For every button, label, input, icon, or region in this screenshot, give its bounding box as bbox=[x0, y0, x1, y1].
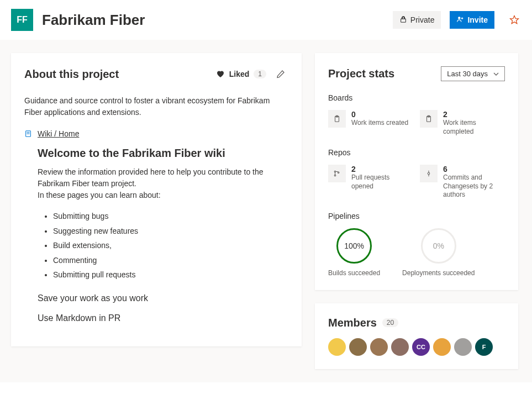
stat-deployments[interactable]: 0% Deployments succeeded bbox=[402, 228, 475, 277]
liked-count-badge: 1 bbox=[254, 70, 266, 78]
wiki-intro: Review the information provided here to … bbox=[38, 166, 288, 201]
svg-point-9 bbox=[334, 171, 336, 172]
stats-card: Project stats Last 30 days Boards 0 Work… bbox=[315, 53, 518, 290]
wiki-content: Welcome to the Fabrikam Fiber wiki Revie… bbox=[24, 147, 288, 323]
wiki-title: Welcome to the Fabrikam Fiber wiki bbox=[38, 147, 288, 160]
svg-point-10 bbox=[334, 175, 336, 176]
pencil-icon bbox=[276, 70, 285, 78]
wiki-bullet-list: Submitting bugs Suggesting new features … bbox=[38, 209, 288, 282]
clipboard-icon bbox=[328, 110, 346, 128]
stat-commits[interactable]: 6 Commits and Changesets by 2 authors bbox=[420, 165, 505, 199]
invite-button[interactable]: Invite bbox=[450, 11, 494, 29]
project-description: Guidance and source control to foster a … bbox=[24, 95, 288, 118]
avatar[interactable] bbox=[454, 338, 472, 356]
boards-subtitle: Boards bbox=[328, 93, 505, 102]
avatar[interactable]: F bbox=[475, 338, 493, 356]
wiki-subheading: Save your work as you work bbox=[38, 293, 288, 303]
success-ring: 100% bbox=[336, 228, 372, 264]
stat-work-items-created[interactable]: 0 Work items created bbox=[328, 110, 413, 136]
stat-pull-requests[interactable]: 2 Pull requests opened bbox=[328, 165, 413, 199]
wiki-link[interactable]: Wiki / Home bbox=[38, 129, 79, 138]
list-item: Commenting bbox=[53, 253, 288, 268]
stat-value: 2 bbox=[443, 110, 505, 119]
star-outline-icon bbox=[509, 15, 519, 25]
about-card: About this project Liked 1 Guidance and … bbox=[11, 53, 302, 346]
stats-header: Project stats Last 30 days bbox=[328, 66, 505, 81]
avatar[interactable] bbox=[433, 338, 451, 356]
stat-label: Pull requests opened bbox=[351, 173, 413, 191]
chevron-down-icon bbox=[493, 71, 499, 77]
stat-work-items-completed[interactable]: 2 Work items completed bbox=[420, 110, 505, 136]
list-item: Build extensions, bbox=[53, 238, 288, 253]
main-content: About this project Liked 1 Guidance and … bbox=[0, 40, 532, 382]
list-item: Submitting pull requests bbox=[53, 267, 288, 282]
branch-icon bbox=[328, 165, 346, 182]
svg-point-12 bbox=[428, 172, 430, 175]
repos-subtitle: Repos bbox=[328, 148, 505, 157]
list-item: Suggesting new features bbox=[53, 224, 288, 239]
members-title: Members bbox=[328, 317, 377, 329]
list-item: Submitting bugs bbox=[53, 209, 288, 224]
private-button[interactable]: Private bbox=[393, 11, 441, 29]
pipelines-subtitle: Pipelines bbox=[328, 212, 505, 220]
liked-label: Liked bbox=[229, 70, 250, 78]
wiki-page-icon bbox=[24, 130, 32, 138]
stat-value: 6 bbox=[443, 165, 505, 173]
member-avatars: CC F bbox=[328, 338, 505, 356]
members-count-badge: 20 bbox=[382, 318, 398, 327]
lock-icon bbox=[399, 15, 407, 25]
neutral-ring: 0% bbox=[421, 228, 456, 264]
stat-value: 0 bbox=[351, 110, 408, 119]
page-header: FF Fabrikam Fiber Private Invite bbox=[0, 0, 532, 40]
wiki-breadcrumb: Wiki / Home bbox=[24, 129, 288, 138]
pipelines-stats: 100% Builds succeeded 0% Deployments suc… bbox=[328, 228, 505, 277]
repos-stats: 2 Pull requests opened 6 Commits and Cha… bbox=[328, 165, 505, 199]
commit-icon bbox=[420, 165, 438, 182]
stat-value: 2 bbox=[351, 165, 413, 173]
stat-label: Deployments succeeded bbox=[402, 269, 475, 277]
avatar[interactable] bbox=[391, 338, 409, 356]
avatar[interactable] bbox=[328, 338, 346, 356]
avatar[interactable] bbox=[349, 338, 367, 356]
boards-stats: 0 Work items created 2 Work items comple… bbox=[328, 110, 505, 136]
stat-label: Commits and Changesets by 2 authors bbox=[443, 173, 505, 199]
heart-icon bbox=[216, 70, 225, 78]
wiki-subheading: Use Markdown in PR bbox=[38, 313, 288, 323]
members-header: Members 20 bbox=[328, 317, 505, 329]
liked-group[interactable]: Liked 1 bbox=[216, 70, 266, 78]
stat-label: Work items completed bbox=[443, 119, 505, 136]
project-title: Fabrikam Fiber bbox=[42, 12, 384, 29]
stat-builds[interactable]: 100% Builds succeeded bbox=[328, 228, 380, 277]
about-title: About this project bbox=[24, 68, 216, 81]
avatar[interactable] bbox=[370, 338, 388, 356]
members-card: Members 20 CC F bbox=[315, 303, 518, 369]
stats-title: Project stats bbox=[328, 67, 441, 80]
add-user-icon bbox=[456, 15, 464, 25]
edit-button[interactable] bbox=[273, 66, 288, 82]
invite-label: Invite bbox=[467, 15, 488, 24]
favorite-button[interactable] bbox=[508, 13, 521, 27]
about-header: About this project Liked 1 bbox=[24, 66, 288, 82]
stat-label: Work items created bbox=[351, 119, 408, 128]
avatar[interactable]: CC bbox=[412, 338, 430, 356]
timerange-dropdown[interactable]: Last 30 days bbox=[441, 66, 505, 81]
private-label: Private bbox=[410, 15, 435, 24]
project-avatar: FF bbox=[11, 9, 33, 31]
svg-marker-1 bbox=[510, 16, 519, 24]
clipboard-icon bbox=[420, 110, 438, 128]
svg-point-0 bbox=[458, 17, 460, 19]
stat-label: Builds succeeded bbox=[328, 269, 380, 277]
dropdown-label: Last 30 days bbox=[447, 70, 488, 78]
